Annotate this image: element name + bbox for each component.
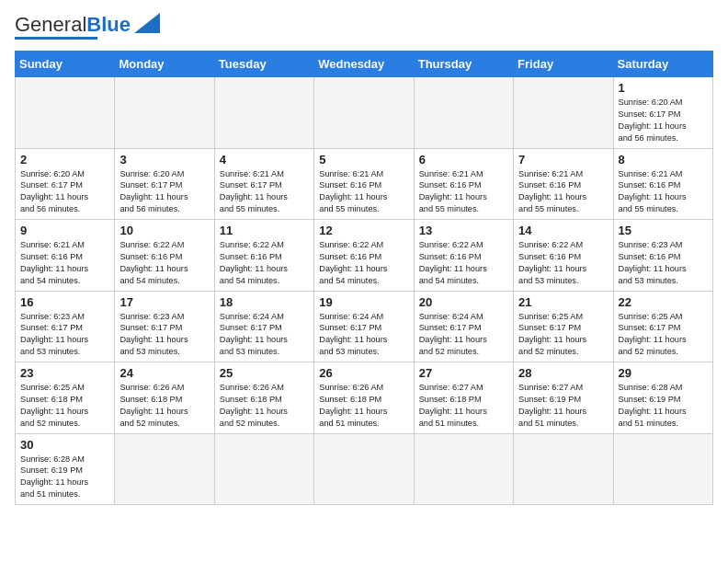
day-info: Sunrise: 6:25 AM Sunset: 6:17 PM Dayligh… xyxy=(619,311,708,359)
day-number: 21 xyxy=(518,295,608,309)
calendar-cell: 11Sunrise: 6:22 AM Sunset: 6:16 PM Dayli… xyxy=(214,220,313,292)
calendar-cell xyxy=(414,433,513,505)
day-number: 25 xyxy=(220,366,309,380)
day-number: 5 xyxy=(319,153,408,167)
week-row-0: 1Sunrise: 6:20 AM Sunset: 6:17 PM Daylig… xyxy=(16,77,713,149)
calendar-cell: 29Sunrise: 6:28 AM Sunset: 6:19 PM Dayli… xyxy=(613,362,712,434)
week-row-3: 16Sunrise: 6:23 AM Sunset: 6:17 PM Dayli… xyxy=(16,291,713,362)
col-header-saturday: Saturday xyxy=(613,52,712,77)
day-number: 27 xyxy=(419,366,508,380)
day-number: 2 xyxy=(20,153,109,167)
day-number: 11 xyxy=(220,224,309,237)
day-number: 8 xyxy=(619,153,708,167)
day-info: Sunrise: 6:28 AM Sunset: 6:19 PM Dayligh… xyxy=(619,382,708,430)
calendar-cell: 19Sunrise: 6:24 AM Sunset: 6:17 PM Dayli… xyxy=(314,291,414,362)
calendar-cell: 22Sunrise: 6:25 AM Sunset: 6:17 PM Dayli… xyxy=(613,291,712,362)
day-number: 7 xyxy=(518,153,608,167)
calendar-cell xyxy=(214,433,313,505)
calendar-cell xyxy=(414,77,513,149)
calendar-cell xyxy=(115,77,214,149)
day-number: 10 xyxy=(119,224,209,237)
calendar-cell: 28Sunrise: 6:27 AM Sunset: 6:19 PM Dayli… xyxy=(514,362,613,434)
calendar-cell: 23Sunrise: 6:25 AM Sunset: 6:18 PM Dayli… xyxy=(16,362,115,434)
day-number: 26 xyxy=(319,366,408,380)
logo-blue: Blue xyxy=(86,13,131,36)
calendar-cell: 20Sunrise: 6:24 AM Sunset: 6:17 PM Dayli… xyxy=(414,291,513,362)
day-info: Sunrise: 6:26 AM Sunset: 6:18 PM Dayligh… xyxy=(220,382,309,430)
calendar-cell: 18Sunrise: 6:24 AM Sunset: 6:17 PM Dayli… xyxy=(214,291,313,362)
day-info: Sunrise: 6:21 AM Sunset: 6:16 PM Dayligh… xyxy=(319,168,408,216)
day-info: Sunrise: 6:25 AM Sunset: 6:17 PM Dayligh… xyxy=(518,311,608,359)
calendar-cell xyxy=(613,433,712,505)
col-header-tuesday: Tuesday xyxy=(214,52,313,77)
calendar-cell xyxy=(314,77,414,149)
col-header-sunday: Sunday xyxy=(16,52,115,77)
col-header-monday: Monday xyxy=(115,52,214,77)
col-header-friday: Friday xyxy=(514,52,613,77)
calendar-cell xyxy=(16,77,115,149)
calendar-cell xyxy=(314,433,414,505)
week-row-5: 30Sunrise: 6:28 AM Sunset: 6:19 PM Dayli… xyxy=(16,433,713,505)
day-info: Sunrise: 6:23 AM Sunset: 6:17 PM Dayligh… xyxy=(119,311,209,359)
svg-marker-0 xyxy=(134,13,160,33)
calendar-cell: 12Sunrise: 6:22 AM Sunset: 6:16 PM Dayli… xyxy=(314,220,414,292)
calendar-cell: 27Sunrise: 6:27 AM Sunset: 6:18 PM Dayli… xyxy=(414,362,513,434)
day-number: 22 xyxy=(619,295,708,309)
day-number: 18 xyxy=(220,295,309,309)
day-info: Sunrise: 6:22 AM Sunset: 6:16 PM Dayligh… xyxy=(319,239,408,287)
calendar-cell: 8Sunrise: 6:21 AM Sunset: 6:16 PM Daylig… xyxy=(613,148,712,220)
calendar-cell: 26Sunrise: 6:26 AM Sunset: 6:18 PM Dayli… xyxy=(314,362,414,434)
day-number: 23 xyxy=(20,366,109,380)
day-number: 12 xyxy=(319,224,408,237)
calendar-cell: 9Sunrise: 6:21 AM Sunset: 6:16 PM Daylig… xyxy=(16,220,115,292)
day-info: Sunrise: 6:27 AM Sunset: 6:19 PM Dayligh… xyxy=(518,382,608,430)
day-number: 15 xyxy=(619,224,708,237)
day-info: Sunrise: 6:24 AM Sunset: 6:17 PM Dayligh… xyxy=(419,311,508,359)
day-info: Sunrise: 6:22 AM Sunset: 6:16 PM Dayligh… xyxy=(220,239,309,287)
calendar-cell: 1Sunrise: 6:20 AM Sunset: 6:17 PM Daylig… xyxy=(613,77,712,149)
day-info: Sunrise: 6:25 AM Sunset: 6:18 PM Dayligh… xyxy=(20,382,109,430)
calendar-cell: 6Sunrise: 6:21 AM Sunset: 6:16 PM Daylig… xyxy=(414,148,513,220)
day-info: Sunrise: 6:20 AM Sunset: 6:17 PM Dayligh… xyxy=(619,97,708,144)
day-info: Sunrise: 6:24 AM Sunset: 6:17 PM Dayligh… xyxy=(319,311,408,359)
day-info: Sunrise: 6:22 AM Sunset: 6:16 PM Dayligh… xyxy=(518,239,608,287)
day-number: 20 xyxy=(419,295,508,309)
day-number: 3 xyxy=(119,153,209,167)
day-info: Sunrise: 6:21 AM Sunset: 6:16 PM Dayligh… xyxy=(518,168,608,216)
col-header-thursday: Thursday xyxy=(414,52,513,77)
day-number: 28 xyxy=(518,366,608,380)
day-number: 6 xyxy=(419,153,508,167)
logo: GeneralBlue xyxy=(15,15,160,40)
logo-underline xyxy=(15,37,97,40)
week-row-2: 9Sunrise: 6:21 AM Sunset: 6:16 PM Daylig… xyxy=(16,220,713,292)
day-info: Sunrise: 6:22 AM Sunset: 6:16 PM Dayligh… xyxy=(119,239,209,287)
day-info: Sunrise: 6:26 AM Sunset: 6:18 PM Dayligh… xyxy=(319,382,408,430)
calendar-cell: 3Sunrise: 6:20 AM Sunset: 6:17 PM Daylig… xyxy=(115,148,214,220)
day-number: 29 xyxy=(619,366,708,380)
week-row-1: 2Sunrise: 6:20 AM Sunset: 6:17 PM Daylig… xyxy=(16,148,713,220)
day-info: Sunrise: 6:24 AM Sunset: 6:17 PM Dayligh… xyxy=(220,311,309,359)
day-number: 9 xyxy=(20,224,109,237)
day-number: 17 xyxy=(119,295,209,309)
day-info: Sunrise: 6:23 AM Sunset: 6:17 PM Dayligh… xyxy=(20,311,109,359)
calendar-cell: 5Sunrise: 6:21 AM Sunset: 6:16 PM Daylig… xyxy=(314,148,414,220)
calendar-cell: 15Sunrise: 6:23 AM Sunset: 6:16 PM Dayli… xyxy=(613,220,712,292)
day-info: Sunrise: 6:21 AM Sunset: 6:16 PM Dayligh… xyxy=(619,168,708,216)
calendar-table: SundayMondayTuesdayWednesdayThursdayFrid… xyxy=(15,51,713,505)
day-info: Sunrise: 6:22 AM Sunset: 6:16 PM Dayligh… xyxy=(419,239,508,287)
calendar-cell: 7Sunrise: 6:21 AM Sunset: 6:16 PM Daylig… xyxy=(514,148,613,220)
calendar-cell xyxy=(115,433,214,505)
day-info: Sunrise: 6:27 AM Sunset: 6:18 PM Dayligh… xyxy=(419,382,508,430)
day-number: 4 xyxy=(220,153,309,167)
calendar-header-row: SundayMondayTuesdayWednesdayThursdayFrid… xyxy=(16,52,713,77)
calendar-cell: 25Sunrise: 6:26 AM Sunset: 6:18 PM Dayli… xyxy=(214,362,313,434)
calendar-cell: 30Sunrise: 6:28 AM Sunset: 6:19 PM Dayli… xyxy=(16,433,115,505)
day-info: Sunrise: 6:21 AM Sunset: 6:16 PM Dayligh… xyxy=(419,168,508,216)
calendar-cell: 2Sunrise: 6:20 AM Sunset: 6:17 PM Daylig… xyxy=(16,148,115,220)
logo-general: General xyxy=(15,13,86,36)
calendar-cell: 21Sunrise: 6:25 AM Sunset: 6:17 PM Dayli… xyxy=(514,291,613,362)
calendar-cell: 13Sunrise: 6:22 AM Sunset: 6:16 PM Dayli… xyxy=(414,220,513,292)
day-number: 30 xyxy=(20,438,109,452)
calendar-cell: 10Sunrise: 6:22 AM Sunset: 6:16 PM Dayli… xyxy=(115,220,214,292)
calendar-cell: 4Sunrise: 6:21 AM Sunset: 6:17 PM Daylig… xyxy=(214,148,313,220)
